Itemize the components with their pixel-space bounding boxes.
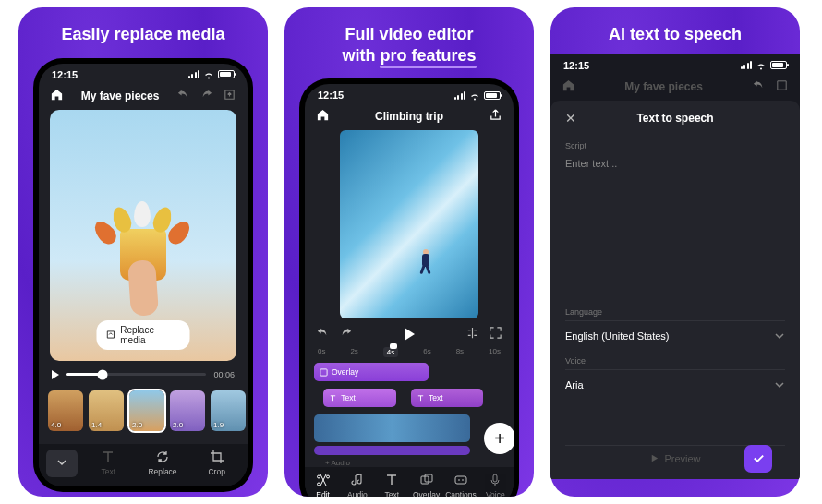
home-icon <box>562 78 575 95</box>
timeline-ruler[interactable]: 0s 2s 4s 6s 8s 10s <box>305 345 514 359</box>
playback-row: 00:06 <box>39 361 248 385</box>
tool-audio[interactable]: Audio <box>341 473 373 497</box>
export-icon[interactable] <box>223 88 236 104</box>
app-header: Climbing trip <box>305 104 514 130</box>
battery-icon <box>484 91 501 100</box>
card-headline: AI text to speech <box>599 7 751 54</box>
signal-icon <box>454 91 466 100</box>
tool-crop[interactable]: Crop <box>189 450 244 476</box>
collapse-toolbar-button[interactable] <box>46 450 78 477</box>
add-clip-button[interactable]: + <box>484 423 514 454</box>
screenshot-card-3: AI text to speech 12:15 My fave pieces <box>550 7 800 497</box>
project-title: Climbing trip <box>375 110 443 123</box>
status-time: 12:15 <box>318 90 344 101</box>
track-audio[interactable] <box>314 446 470 455</box>
share-icon[interactable] <box>489 108 502 125</box>
tool-edit[interactable]: Edit <box>307 473 339 497</box>
clip-thumbnail[interactable]: 1.4 <box>89 390 124 431</box>
battery-icon <box>218 70 235 78</box>
signal-icon <box>188 70 200 78</box>
bottom-toolbar: Text Replace Crop <box>39 444 248 486</box>
playback-controls <box>305 318 514 345</box>
svg-rect-3 <box>455 476 466 484</box>
replace-media-label: Replace media <box>120 325 180 345</box>
track-overlay[interactable]: Overlay <box>314 363 429 381</box>
status-bar: 12:15 <box>39 64 248 84</box>
split-icon[interactable] <box>465 326 479 342</box>
home-icon[interactable] <box>50 88 64 104</box>
svg-rect-4 <box>493 474 497 482</box>
fullscreen-icon[interactable] <box>489 326 502 342</box>
phone-screen: 12:15 My fave pieces <box>39 64 248 486</box>
play-button[interactable] <box>52 370 59 379</box>
progress-thumb[interactable] <box>98 369 108 379</box>
screenshot-card-2: Full video editor with pro features Full… <box>284 7 534 497</box>
tts-panel-title: Text to speech <box>636 112 713 125</box>
tool-replace[interactable]: Replace <box>136 450 190 476</box>
clip-thumbnail[interactable]: 2.0 <box>170 390 205 431</box>
script-textarea[interactable]: Enter text... <box>565 154 785 302</box>
undo-icon[interactable] <box>176 88 190 104</box>
tool-voice[interactable]: Voice <box>479 473 512 497</box>
close-icon[interactable]: ✕ <box>565 111 576 126</box>
phone-screen: 12:15 My fave pieces ✕ Text to sp <box>550 54 800 479</box>
clip-thumbnail[interactable]: 4.0 <box>48 390 83 431</box>
battery-icon <box>770 61 787 69</box>
project-title: My fave pieces <box>81 90 160 102</box>
add-audio-label[interactable]: + Audio <box>325 459 504 467</box>
track-text[interactable]: Text <box>411 389 483 407</box>
replace-media-chip[interactable]: Replace media <box>97 320 190 350</box>
app-header: My fave pieces <box>39 84 248 110</box>
track-text[interactable]: Text <box>323 389 395 407</box>
play-button[interactable] <box>405 328 415 341</box>
wifi-icon <box>203 70 214 78</box>
wifi-icon <box>756 61 767 69</box>
language-value: English (United States) <box>565 330 670 342</box>
phone-frame: 12:15 Climbing trip <box>299 78 519 497</box>
clip-thumbnail[interactable]: 2.0 <box>129 390 164 431</box>
language-dropdown[interactable]: English (United States) <box>565 320 785 351</box>
svg-rect-0 <box>320 368 327 375</box>
text-to-speech-panel: ✕ Text to speech Script Enter text... La… <box>550 101 800 479</box>
redo-icon[interactable] <box>339 326 353 342</box>
clip-thumbnails: 4.0 1.4 2.0 2.0 1.9 2.0 <box>39 385 248 437</box>
undo-icon[interactable] <box>316 326 330 342</box>
time-elapsed: 00:06 <box>213 370 235 379</box>
signal-icon <box>741 61 753 69</box>
wifi-icon <box>469 91 480 100</box>
tool-captions[interactable]: Captions <box>444 473 477 497</box>
bottom-toolbar: Edit Audio Text Overlay Captions <box>305 467 514 497</box>
screenshot-card-1: Easily replace media 12:15 My fave piece… <box>18 7 268 497</box>
script-label: Script <box>565 141 785 150</box>
phone-frame: 12:15 My fave pieces <box>33 58 253 492</box>
voice-dropdown[interactable]: Aria <box>565 369 785 400</box>
preview-button[interactable]: Preview <box>649 453 700 464</box>
card-headline: Full video editor with pro features Full… <box>332 7 485 75</box>
redo-icon[interactable] <box>199 88 213 104</box>
timeline-tracks: Overlay Text Text + Audio + <box>305 359 514 467</box>
confirm-button[interactable] <box>744 445 772 473</box>
tool-overlay[interactable]: Overlay <box>410 473 442 497</box>
chevron-down-icon <box>774 330 785 342</box>
progress-bar[interactable] <box>66 373 206 376</box>
phone-frame: 12:15 My fave pieces ✕ Text to sp <box>550 54 800 479</box>
card-headline: Easily replace media <box>52 7 234 54</box>
tts-footer: Preview <box>565 445 785 468</box>
status-bar: 12:15 <box>305 84 514 104</box>
status-time: 12:15 <box>52 69 78 80</box>
status-bar: 12:15 <box>550 54 800 75</box>
tool-text[interactable]: Text <box>81 450 136 476</box>
track-video-clip[interactable] <box>314 414 470 442</box>
tool-text[interactable]: Text <box>376 473 408 497</box>
chevron-down-icon <box>774 379 785 390</box>
app-header: My fave pieces <box>550 75 800 101</box>
home-icon[interactable] <box>316 108 330 125</box>
status-time: 12:15 <box>563 60 589 71</box>
voice-label: Voice <box>565 356 785 366</box>
voice-value: Aria <box>565 379 584 390</box>
clip-thumbnail[interactable]: 1.9 <box>211 390 246 431</box>
media-preview <box>340 130 478 318</box>
tts-panel-header: ✕ Text to speech <box>565 112 785 125</box>
export-icon <box>775 78 789 95</box>
phone-screen: 12:15 Climbing trip <box>305 84 514 497</box>
